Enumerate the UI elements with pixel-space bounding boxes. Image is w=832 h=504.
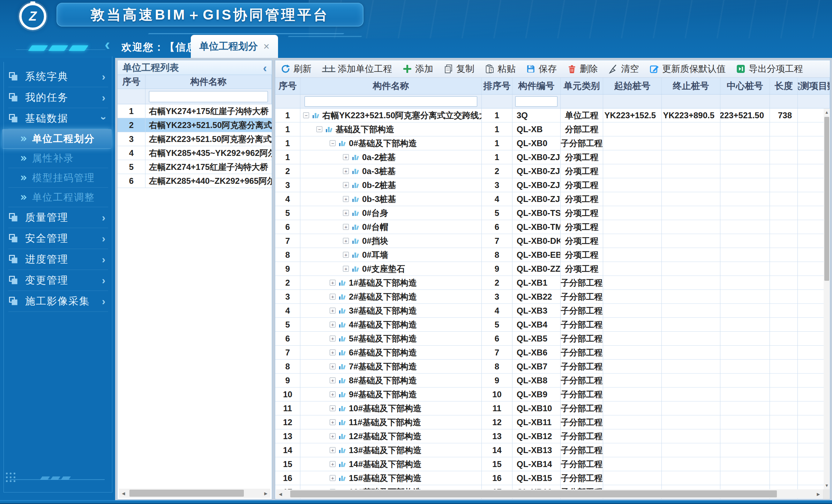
expand-node-icon[interactable]: + <box>330 322 336 328</box>
table-row[interactable]: 7+6#基础及下部构造7QL-XB6子分部工程 <box>275 346 830 360</box>
expand-node-icon[interactable]: + <box>343 154 349 160</box>
sidebar-item-施工影像采集[interactable]: 施工影像采集› <box>8 291 108 312</box>
unit-list-row[interactable]: 2右幅YK223+521.50阿克塞分离式立交跨线大桥 <box>118 118 272 132</box>
table-row[interactable]: 9+8#基础及下部构造9QL-XB8子分部工程 <box>275 374 830 388</box>
scroll-down-arrow[interactable]: ▼ <box>824 482 830 489</box>
table-row[interactable]: 16+15#基础及下部构造16QL-XB15子分部工程 <box>275 471 830 485</box>
table-row[interactable]: 4+0b-3桩基4QL-XB0-ZJ3分项工程 <box>275 192 830 206</box>
toolbar-button-更新质保默认值[interactable]: 更新质保默认值 <box>650 63 726 75</box>
expand-node-icon[interactable]: + <box>343 182 349 188</box>
collapse-node-icon[interactable]: − <box>303 112 309 118</box>
table-row[interactable]: 10+9#基础及下部构造10QL-XB9子分部工程 <box>275 388 830 401</box>
expand-node-icon[interactable]: + <box>343 196 349 202</box>
scroll-right-arrow[interactable]: ► <box>261 489 270 498</box>
toolbar-button-添加[interactable]: 添加 <box>403 63 433 75</box>
table-row[interactable]: 1−右幅YK223+521.50阿克塞分离式立交跨线大桥13Q单位工程YK223… <box>275 108 830 122</box>
expand-node-icon[interactable]: + <box>343 238 349 244</box>
sidebar-item-系统字典[interactable]: 系统字典› <box>8 66 108 87</box>
collapse-node-icon[interactable]: − <box>330 140 336 146</box>
expand-node-icon[interactable]: + <box>343 224 349 230</box>
unit-list-row[interactable]: 5左幅ZK274+175红崖子沟特大桥 <box>118 160 272 174</box>
sidebar-item-质量管理[interactable]: 质量管理› <box>8 207 108 228</box>
expand-node-icon[interactable]: + <box>330 349 336 355</box>
sidebar-item-我的任务[interactable]: 我的任务› <box>8 87 108 108</box>
toolbar-button-添加单位工程[interactable]: 土土添加单位工程 <box>322 63 392 75</box>
component-code-filter-input[interactable] <box>515 96 557 107</box>
sidebar-item-单位工程调整[interactable]: 单位工程调整 <box>8 188 108 207</box>
sidebar-item-属性补录[interactable]: 属性补录 <box>8 149 108 168</box>
expand-node-icon[interactable]: + <box>343 252 349 258</box>
tab-unit-project-division[interactable]: 单位工程划分 × <box>191 35 278 58</box>
expand-node-icon[interactable]: + <box>330 377 336 383</box>
table-row[interactable]: 5+0#台身5QL-XB0-TS0分项工程 <box>275 206 830 220</box>
table-row[interactable]: 6+5#基础及下部构造6QL-XB5子分部工程 <box>275 332 830 346</box>
table-row[interactable]: 11+10#基础及下部构造11QL-XB10子分部工程 <box>275 401 830 415</box>
table-row[interactable]: 1−基础及下部构造1QL-XB分部工程 <box>275 122 830 136</box>
expand-node-icon[interactable]: + <box>330 447 336 453</box>
toolbar-button-刷新[interactable]: 刷新 <box>281 63 312 75</box>
scrollbar-track[interactable] <box>285 489 814 498</box>
table-row[interactable]: 5+4#基础及下部构造5QL-XB4子分部工程 <box>275 318 830 332</box>
scroll-right-arrow[interactable]: ► <box>814 489 823 498</box>
unit-list-row[interactable]: 6左幅ZK285+440~ZK292+965阿尔金山特长隧道 <box>118 174 272 188</box>
toolbar-button-清空[interactable]: 清空 <box>608 63 639 75</box>
scroll-up-arrow[interactable]: ▲ <box>824 108 830 116</box>
expand-node-icon[interactable]: + <box>330 280 336 286</box>
expand-node-icon[interactable]: + <box>343 168 349 174</box>
table-row[interactable]: 8+7#基础及下部构造8QL-XB7子分部工程 <box>275 360 830 374</box>
unit-name-filter-input[interactable] <box>149 91 268 102</box>
scrollbar-track[interactable] <box>128 489 261 498</box>
unit-list-row[interactable]: 3左幅ZK223+521.50阿克塞分离式立交跨线大桥 <box>118 132 272 146</box>
expand-node-icon[interactable]: + <box>330 433 336 439</box>
expand-node-icon[interactable]: + <box>330 475 336 481</box>
table-row[interactable]: 12+11#基础及下部构造12QL-XB11子分部工程 <box>275 415 830 429</box>
scrollbar-thumb[interactable] <box>824 117 829 281</box>
table-row[interactable]: 13+12#基础及下部构造13QL-XB12子分部工程 <box>275 429 830 443</box>
table-row[interactable]: 7+0#挡块7QL-XB0-DK0分项工程 <box>275 234 830 248</box>
toolbar-button-粘贴[interactable]: T粘贴 <box>485 63 516 75</box>
table-row[interactable]: 8+0#耳墙8QL-XB0-EBQ0分项工程 <box>275 248 830 262</box>
table-row[interactable]: 1+0a-2桩基1QL-XB0-ZJ0分项工程 <box>275 150 830 164</box>
table-row[interactable]: 3+2#基础及下部构造3QL-XB22子分部工程 <box>275 290 830 304</box>
table-row[interactable]: 3+0b-2桩基3QL-XB0-ZJ2分项工程 <box>275 178 830 192</box>
sidebar-item-进度管理[interactable]: 进度管理› <box>8 249 108 270</box>
table-row[interactable]: 6+0#台帽6QL-XB0-TM0分项工程 <box>275 220 830 234</box>
component-name-filter-input[interactable] <box>305 96 477 107</box>
unit-list-row[interactable]: 1右幅YK274+175红崖子沟特大桥 <box>118 104 272 118</box>
expand-node-icon[interactable]: + <box>330 363 336 369</box>
expand-node-icon[interactable]: + <box>343 266 349 272</box>
expand-node-icon[interactable]: + <box>330 405 336 411</box>
expand-node-icon[interactable]: + <box>330 308 336 314</box>
scrollbar-thumb[interactable] <box>129 490 244 497</box>
sidebar-item-模型挂码管理[interactable]: 模型挂码管理 <box>8 168 108 188</box>
scrollbar-thumb[interactable] <box>290 490 777 497</box>
collapse-node-icon[interactable]: − <box>316 126 322 132</box>
expand-node-icon[interactable]: + <box>343 210 349 216</box>
expand-node-icon[interactable]: + <box>330 391 336 397</box>
table-row[interactable]: 2+0a-3桩基2QL-XB0-ZJ1分项工程 <box>275 164 830 178</box>
table-row[interactable]: 9+0#支座垫石9QL-XB0-ZZDS0分项工程 <box>275 262 830 276</box>
table-row[interactable]: 2+1#基础及下部构造2QL-XB1子分部工程 <box>275 276 830 290</box>
table-row[interactable]: 14+13#基础及下部构造14QL-XB13子分部工程 <box>275 443 830 457</box>
scroll-left-arrow[interactable]: ◄ <box>119 489 128 498</box>
expand-node-icon[interactable]: + <box>330 294 336 300</box>
collapse-panel-icon[interactable]: ‹ <box>263 62 267 73</box>
toolbar: 刷新土土添加单位工程添加复制T粘贴保存删除清空更新质保默认值导出分项工程 <box>275 60 830 78</box>
toolbar-button-保存[interactable]: 保存 <box>526 63 557 75</box>
sidebar-item-单位工程划分[interactable]: 单位工程划分 <box>2 129 112 149</box>
toolbar-button-复制[interactable]: 复制 <box>444 63 474 75</box>
expand-node-icon[interactable]: + <box>330 336 336 341</box>
table-row[interactable]: 4+3#基础及下部构造4QL-XB3子分部工程 <box>275 304 830 318</box>
table-row[interactable]: 15+14#基础及下部构造15QL-XB14子分部工程 <box>275 457 830 471</box>
expand-node-icon[interactable]: + <box>330 419 336 425</box>
toolbar-button-删除[interactable]: 删除 <box>567 63 598 75</box>
expand-node-icon[interactable]: + <box>330 461 336 467</box>
sidebar-item-基础数据[interactable]: 基础数据› <box>8 108 108 129</box>
unit-list-row[interactable]: 4右幅YK285+435~YK292+962阿尔金山特长隧道 <box>118 146 272 160</box>
sidebar-item-变更管理[interactable]: 变更管理› <box>8 270 108 291</box>
scroll-left-arrow[interactable]: ◄ <box>276 489 285 498</box>
table-row[interactable]: 1−0#基础及下部构造1QL-XB0子分部工程 <box>275 136 830 150</box>
toolbar-button-导出分项工程[interactable]: 导出分项工程 <box>736 63 803 75</box>
close-icon[interactable]: × <box>263 40 270 52</box>
sidebar-item-安全管理[interactable]: 安全管理› <box>8 228 108 249</box>
